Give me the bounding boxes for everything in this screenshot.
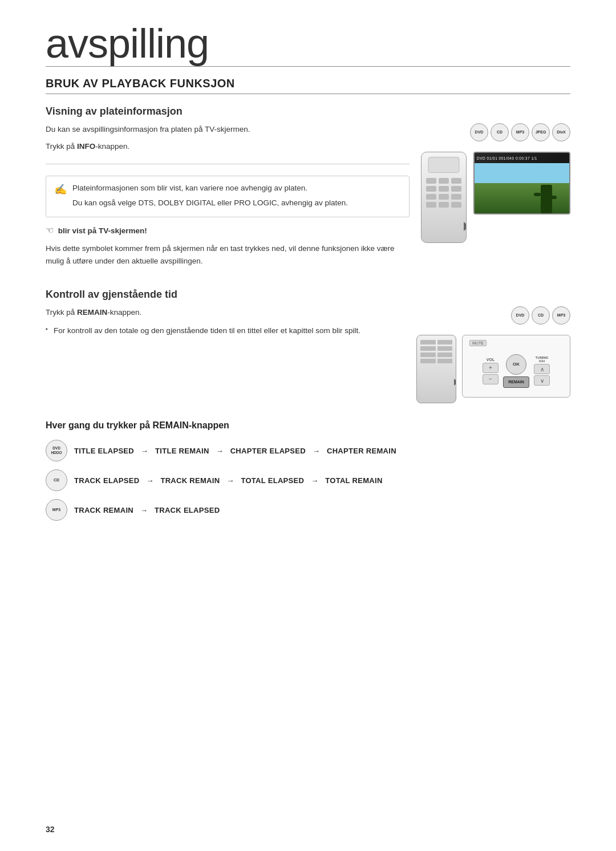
- seq-title-remain: TITLE REMAIN: [155, 447, 209, 455]
- badge-mp3: MP3: [511, 123, 529, 141]
- arrow2: →: [216, 447, 224, 455]
- remote-screen: [428, 157, 460, 173]
- hand-note-container: ☜ blir vist på TV-skjermen! Hvis dette s…: [46, 223, 410, 267]
- note-icon: ✍: [54, 183, 67, 196]
- subsection2-bullets: For kontroll av den totale og den gjenst…: [46, 325, 405, 337]
- arrow3: →: [313, 447, 320, 455]
- subsection1-intro: Du kan se avspillingsinformasjon fra pla…: [46, 123, 410, 136]
- badge-cd-2: CD: [532, 306, 550, 325]
- mute-btn-small: MUTE: [469, 340, 487, 346]
- note-box: ✍ Plateinformasjonen som blir vist, kan …: [46, 176, 410, 217]
- seq-badge-cd: CD: [46, 469, 67, 491]
- remain-bold: REMAIN: [77, 308, 107, 317]
- seq-track-elapsed-mp3: TRACK ELAPSED: [155, 506, 220, 514]
- sequence-row-dvd: DVDHDDO TITLE ELAPSED → TITLE REMAIN → C…: [46, 440, 570, 461]
- subsection1-title: Visning av plateinformasjon: [46, 106, 570, 117]
- seq-total-remain: TOTAL REMAIN: [325, 476, 382, 485]
- remain-remote-image: [416, 335, 456, 403]
- cactus-arm-r: [534, 193, 541, 196]
- subsection1-instruction: Trykk på INFO-knappen.: [46, 140, 410, 153]
- tv-status-bar: DVD 01/01 001/040 0:00:37 1/1: [475, 153, 569, 163]
- remain-panel: MUTE VOL + − OK REMAIN: [462, 335, 570, 398]
- sequence-section: Hver gang du trykker på REMAIN-knappen D…: [46, 420, 570, 521]
- tuning-label: TUNING /CH: [536, 356, 549, 363]
- badge-divx: DivX: [552, 123, 570, 141]
- hand-note-detail: Hvis dette symbolet kommer frem på skjer…: [46, 242, 410, 267]
- remote-image: [421, 152, 467, 243]
- arrow4: →: [146, 476, 153, 485]
- seq-track-remain: TRACK REMAIN: [160, 476, 220, 485]
- cactus-arm-l: [550, 196, 557, 199]
- vol-label: VOL: [487, 358, 495, 362]
- sequence-heading: Hver gang du trykker på REMAIN-knappen: [46, 420, 570, 431]
- sequence-row-cd: CD TRACK ELAPSED → TRACK REMAIN → TOTAL …: [46, 469, 570, 491]
- remain-remote-row: MUTE VOL + − OK REMAIN: [416, 335, 570, 403]
- sequence-row-mp3: MP3 TRACK REMAIN → TRACK ELAPSED: [46, 499, 570, 521]
- media-badges-1: DVD CD MP3 JPEG DivX: [470, 123, 570, 141]
- seq-total-elapsed: TOTAL ELAPSED: [241, 476, 304, 485]
- tv-status-text: DVD 01/01 001/040 0:00:37 1/1: [477, 156, 537, 160]
- tuning-up-btn[interactable]: ∧: [534, 364, 550, 374]
- subsection2-images: DVD CD MP3: [416, 306, 570, 403]
- remain-remote-arrow: [454, 379, 456, 386]
- subsection2-title: Kontroll av gjenstående tid: [46, 289, 570, 301]
- main-title: avspilling: [46, 23, 570, 64]
- vol-up-btn[interactable]: +: [483, 363, 499, 373]
- remain-btn-highlighted[interactable]: REMAIN: [503, 376, 529, 388]
- tv-scene: [475, 163, 569, 213]
- arrow7: →: [140, 506, 148, 514]
- seq-chapter-remain: CHAPTER REMAIN: [327, 447, 396, 455]
- cactus-main: [541, 185, 552, 213]
- seq-track-remain-mp3: TRACK REMAIN: [74, 506, 133, 514]
- badge-dvd: DVD: [470, 123, 488, 141]
- title-rule: [46, 66, 570, 67]
- hand-label: blir vist på TV-skjermen!: [58, 226, 147, 235]
- badge-mp3-2: MP3: [552, 306, 570, 325]
- arrow5: →: [226, 476, 234, 485]
- note-text1: Plateinformasjonen som blir vist, kan va…: [72, 182, 348, 194]
- section-heading: BRUK AV PLAYBACK FUNKSJON: [46, 77, 570, 94]
- subsection1-images: DVD CD MP3 JPEG DivX: [421, 123, 570, 271]
- note-text2: Du kan også velge DTS, DOLBY DIGITAL ell…: [72, 197, 348, 209]
- media-badges-2: DVD CD MP3: [511, 306, 570, 325]
- hand-note-label: ☜ blir vist på TV-skjermen!: [46, 223, 410, 238]
- seq-badge-mp3: MP3: [46, 499, 67, 521]
- remote-buttons: [426, 178, 461, 208]
- tuning-column: TUNING /CH ∧ ∨: [534, 356, 550, 386]
- center-column: OK REMAIN: [503, 354, 529, 388]
- subsection-kontroll: Kontroll av gjenstående tid Trykk på REM…: [46, 289, 570, 403]
- arrow6: →: [311, 476, 318, 485]
- arrow1: →: [141, 447, 148, 455]
- divider1: [46, 164, 410, 164]
- seq-chapter-elapsed: CHAPTER ELAPSED: [230, 447, 306, 455]
- seq-track-elapsed: TRACK ELAPSED: [74, 476, 139, 485]
- subsection2-instruction: Trykk på REMAIN-knappen.: [46, 306, 405, 319]
- ok-btn[interactable]: OK: [506, 354, 526, 375]
- info-bold: INFO: [77, 142, 95, 151]
- tuning-down-btn[interactable]: ∨: [534, 375, 550, 386]
- remote-tv-row: DVD 01/01 001/040 0:00:37 1/1: [421, 152, 570, 243]
- seq-title-elapsed: TITLE ELAPSED: [74, 447, 134, 455]
- hand-icon: ☜: [46, 225, 54, 235]
- badge-jpeg: JPEG: [532, 123, 550, 141]
- remain-remote-btns: [420, 340, 452, 363]
- remain-controls: VOL + − OK REMAIN TUNING /CH: [483, 354, 550, 388]
- subsection-visning: Visning av plateinformasjon Du kan se av…: [46, 106, 570, 271]
- vol-column: VOL + −: [483, 358, 499, 384]
- badge-cd: CD: [491, 123, 509, 141]
- remote-arrow: [464, 222, 467, 231]
- seq-badge-dvdhdd: DVDHDDO: [46, 440, 67, 461]
- badge-dvd-2: DVD: [511, 306, 529, 325]
- tv-screen-image: DVD 01/01 001/040 0:00:37 1/1: [473, 152, 570, 214]
- subsection2-bullet1: For kontroll av den totale og den gjenst…: [46, 325, 405, 337]
- page-number: 32: [46, 825, 55, 834]
- vol-down-btn[interactable]: −: [483, 374, 499, 384]
